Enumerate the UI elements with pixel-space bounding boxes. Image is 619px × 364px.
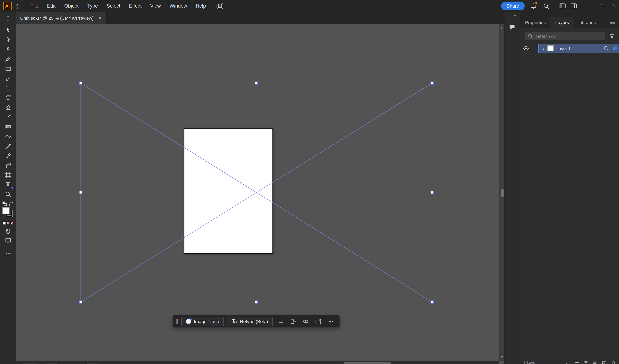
rotate-tool[interactable] bbox=[1, 93, 15, 103]
comments-icon[interactable] bbox=[508, 24, 516, 31]
layer-row[interactable]: › Layer 1 bbox=[520, 44, 619, 53]
crop-image-icon[interactable] bbox=[276, 317, 285, 326]
swap-fill-stroke-icon[interactable] bbox=[9, 201, 14, 206]
gradient-tool[interactable] bbox=[1, 122, 15, 132]
rotation-dropdown[interactable]: 0° ▾ bbox=[44, 363, 57, 364]
filter-icon[interactable] bbox=[609, 33, 615, 39]
target-circle-icon[interactable] bbox=[604, 46, 609, 51]
selection-handle[interactable] bbox=[79, 82, 82, 84]
width-tool[interactable] bbox=[1, 132, 15, 141]
gradient-chip[interactable] bbox=[6, 221, 10, 225]
menu-type[interactable]: Type bbox=[83, 0, 102, 12]
artboard[interactable] bbox=[184, 128, 273, 254]
layer-thumbnail[interactable] bbox=[547, 45, 553, 51]
eye-icon[interactable] bbox=[523, 45, 530, 52]
type-tool[interactable] bbox=[1, 83, 15, 93]
tab-layers[interactable]: Layers bbox=[550, 17, 574, 28]
selection-handle[interactable] bbox=[79, 191, 82, 194]
expand-panels-icon[interactable]: « bbox=[514, 13, 517, 17]
artboard-tool[interactable] bbox=[1, 170, 15, 180]
pen-tool[interactable] bbox=[1, 45, 15, 54]
taskbar-drag-handle[interactable] bbox=[176, 318, 178, 324]
menu-edit[interactable]: Edit bbox=[43, 0, 60, 12]
eraser-tool[interactable] bbox=[1, 103, 15, 112]
blend-tool[interactable] bbox=[1, 151, 15, 161]
vertical-scroll-thumb[interactable] bbox=[500, 189, 504, 197]
menu-object[interactable]: Object bbox=[60, 0, 83, 12]
hand-tool[interactable] bbox=[1, 226, 15, 236]
expand-layer-icon[interactable]: › bbox=[543, 46, 545, 51]
link-icon[interactable] bbox=[301, 317, 310, 326]
selection-handle[interactable] bbox=[431, 191, 433, 194]
scroll-down-icon[interactable] bbox=[501, 356, 503, 358]
layers-search-input[interactable] bbox=[535, 33, 602, 39]
notifications-bell-icon[interactable] bbox=[528, 0, 539, 12]
toolbar-grip[interactable]: ⠿ bbox=[7, 18, 9, 22]
none-chip[interactable] bbox=[10, 221, 14, 225]
home-icon[interactable] bbox=[12, 0, 23, 12]
rectangle-tool[interactable] bbox=[1, 64, 15, 74]
menu-effect[interactable]: Effect bbox=[125, 0, 146, 12]
artboard-number-field[interactable]: 1 bbox=[86, 363, 100, 364]
eyedropper-tool[interactable] bbox=[1, 141, 15, 151]
tab-properties[interactable]: Properties bbox=[520, 17, 550, 28]
paintbrush-tool[interactable] bbox=[1, 74, 15, 83]
menu-file[interactable]: File bbox=[26, 0, 43, 12]
pencil-tool[interactable] bbox=[1, 54, 15, 64]
selection-handle[interactable] bbox=[255, 301, 258, 303]
retype-button[interactable]: Retype (Beta) bbox=[226, 317, 273, 326]
scroll-up-icon[interactable] bbox=[501, 27, 503, 28]
more-options-icon[interactable] bbox=[326, 317, 336, 326]
export-icon[interactable] bbox=[288, 317, 298, 326]
restore-button[interactable] bbox=[596, 0, 607, 12]
selection-handle[interactable] bbox=[431, 301, 433, 303]
default-fill-stroke-icon[interactable] bbox=[2, 201, 7, 206]
locate-object-icon[interactable] bbox=[565, 361, 570, 364]
canvas[interactable]: Image Trace Retype (Beta) bbox=[16, 24, 504, 364]
layer-name[interactable]: Layer 1 bbox=[556, 46, 571, 51]
menu-window[interactable]: Window bbox=[165, 0, 191, 12]
delete-layer-icon[interactable] bbox=[611, 361, 616, 364]
menu-help[interactable]: Help bbox=[191, 0, 210, 12]
zoom-level-dropdown[interactable]: 25% ▾ bbox=[21, 363, 38, 364]
workspace-layout-icon[interactable] bbox=[557, 0, 568, 12]
layer-entry[interactable]: › Layer 1 bbox=[538, 44, 612, 53]
close-tab-icon[interactable]: ✕ bbox=[98, 16, 102, 20]
arrange-documents-icon[interactable] bbox=[214, 0, 225, 12]
document-tab[interactable]: Untitled-1* @ 25 % (CMYK/Preview) ✕ bbox=[16, 12, 106, 24]
share-button[interactable]: Share bbox=[501, 2, 525, 10]
color-chip[interactable] bbox=[2, 221, 6, 225]
minimize-button[interactable] bbox=[585, 0, 596, 12]
layers-panel-body[interactable] bbox=[520, 53, 619, 359]
direct-selection-tool[interactable] bbox=[1, 35, 15, 45]
screen-mode-icon[interactable] bbox=[1, 236, 15, 245]
illustrator-app-icon[interactable]: Ai bbox=[3, 2, 12, 10]
selection-handle[interactable] bbox=[431, 82, 433, 84]
menu-view[interactable]: View bbox=[146, 0, 165, 12]
new-sublayer-icon[interactable] bbox=[592, 361, 598, 364]
symbol-sprayer-tool[interactable] bbox=[1, 161, 15, 170]
vertical-scrollbar[interactable] bbox=[499, 24, 504, 361]
tab-libraries[interactable]: Libraries bbox=[574, 17, 601, 28]
layers-search-box[interactable] bbox=[525, 32, 605, 40]
edit-in-photoshop-icon[interactable]: Ps bbox=[313, 317, 323, 326]
print-tiling-tool[interactable] bbox=[1, 180, 15, 190]
edit-toolbar-more-icon[interactable] bbox=[1, 249, 15, 258]
zoom-tool[interactable] bbox=[1, 190, 15, 199]
selection-handle[interactable] bbox=[79, 301, 82, 303]
menu-select[interactable]: Select bbox=[102, 0, 125, 12]
image-trace-button[interactable]: Image Trace bbox=[181, 317, 224, 326]
selection-tool[interactable] bbox=[1, 25, 15, 35]
new-layer-icon[interactable] bbox=[602, 361, 607, 364]
close-button[interactable] bbox=[607, 0, 619, 12]
selection-handle[interactable] bbox=[255, 82, 258, 84]
scale-tool[interactable] bbox=[1, 112, 15, 122]
selection-indicator[interactable] bbox=[614, 47, 617, 50]
collapse-toolbar-icon[interactable]: » bbox=[7, 14, 9, 18]
horizontal-scroll-thumb[interactable] bbox=[343, 362, 391, 364]
make-mask-icon[interactable] bbox=[584, 361, 589, 364]
panel-menu-icon[interactable] bbox=[609, 19, 616, 25]
panel-toggle-icon[interactable] bbox=[568, 0, 579, 12]
collect-for-export-icon[interactable] bbox=[575, 361, 580, 364]
fill-indicator[interactable] bbox=[2, 207, 10, 214]
